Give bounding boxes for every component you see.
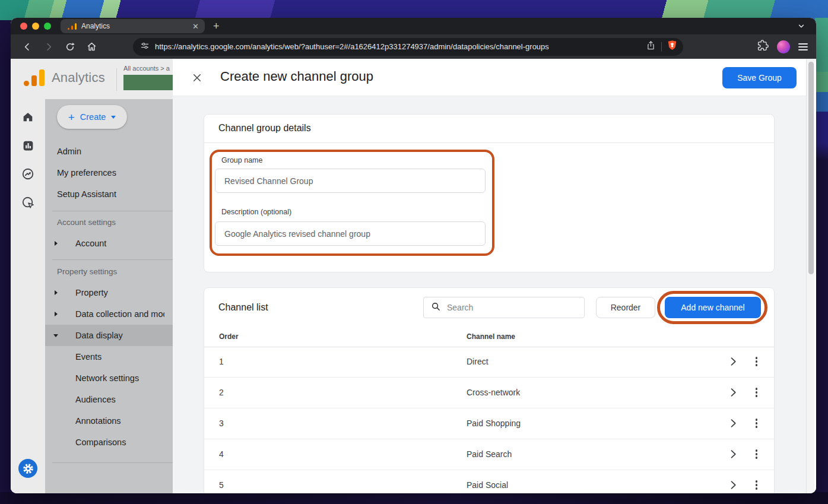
advertising-nav-icon[interactable] — [11, 192, 45, 213]
breadcrumb[interactable]: All accounts > a — [123, 65, 173, 72]
reload-button[interactable] — [62, 39, 78, 55]
channel-table-header: Order Channel name — [204, 327, 774, 347]
desktop-wallpaper-top — [0, 0, 828, 20]
zoom-window-button[interactable] — [44, 23, 51, 30]
row-channel-name: Direct — [467, 357, 488, 366]
annotation-ring-add-button — [657, 291, 767, 324]
table-row[interactable]: 5 Paid Social — [204, 470, 774, 493]
share-icon[interactable] — [646, 40, 656, 53]
group-name-label: Group name — [221, 156, 262, 164]
sidebar-item-audiences[interactable]: Audiences — [45, 389, 173, 410]
menu-hamburger-icon[interactable] — [798, 43, 808, 50]
sidebar-item-data-collection[interactable]: Data collection and modification — [45, 303, 173, 325]
group-name-input[interactable] — [215, 169, 486, 193]
chevron-right-icon[interactable] — [727, 448, 739, 462]
dialog-header: Create new channel group Save Group — [173, 59, 806, 96]
sidebar-item-events[interactable]: Events — [45, 346, 173, 367]
row-order: 5 — [219, 480, 224, 490]
new-tab-button[interactable]: + — [213, 21, 220, 31]
search-icon — [431, 302, 441, 314]
table-row[interactable]: 1 Direct — [204, 347, 774, 378]
home-button[interactable] — [83, 39, 100, 55]
channel-table-body: 1 Direct 2 Cross-network 3 Paid Shopping… — [204, 347, 774, 493]
create-button-label: Create — [80, 112, 106, 122]
home-nav-icon[interactable] — [11, 107, 45, 127]
forward-button[interactable] — [40, 39, 57, 55]
expand-right-icon[interactable] — [55, 290, 58, 295]
channel-search-box[interactable] — [423, 297, 585, 318]
reports-nav-icon[interactable] — [11, 135, 45, 156]
admin-gear-button[interactable] — [18, 459, 37, 478]
sidebar-item-comparisons[interactable]: Comparisons — [45, 432, 173, 453]
address-bar[interactable]: https://analytics.google.com/analytics/w… — [133, 38, 683, 56]
sidebar-item-account[interactable]: Account — [45, 233, 173, 254]
create-button[interactable]: + Create — [57, 105, 127, 129]
chevron-down-icon — [111, 116, 116, 119]
row-menu-kebab-icon[interactable] — [754, 386, 759, 398]
row-menu-kebab-icon[interactable] — [754, 448, 759, 460]
sidebar-divider — [52, 462, 173, 463]
header-divider — [116, 68, 117, 91]
close-dialog-icon[interactable] — [191, 71, 204, 84]
browser-toolbar: https://analytics.google.com/analytics/w… — [11, 34, 816, 59]
table-row[interactable]: 2 Cross-network — [204, 378, 774, 408]
chevron-right-icon[interactable] — [727, 417, 739, 432]
page-scrollbar[interactable] — [806, 59, 814, 493]
plus-icon: + — [68, 112, 75, 123]
brand-name: Analytics — [52, 70, 105, 85]
chevron-right-icon[interactable] — [727, 386, 739, 401]
brave-shield-icon[interactable] — [667, 40, 677, 53]
analytics-app-header: Analytics All accounts > a — [11, 59, 173, 99]
row-menu-kebab-icon[interactable] — [754, 356, 759, 367]
row-channel-name: Paid Shopping — [467, 419, 521, 428]
expand-right-icon[interactable] — [55, 312, 58, 316]
column-channel-name: Channel name — [467, 332, 515, 341]
desktop-wallpaper-right — [815, 18, 828, 160]
sidebar-item-network-settings[interactable]: Network settings — [45, 367, 173, 389]
analytics-logo-icon — [24, 69, 45, 86]
sidebar-item-admin[interactable]: Admin — [45, 141, 173, 162]
row-order: 2 — [219, 388, 224, 397]
details-card-title: Channel group details — [218, 123, 311, 134]
profile-avatar[interactable] — [777, 40, 790, 53]
sidebar-item-data-display[interactable]: Data display — [45, 325, 173, 346]
minimize-window-button[interactable] — [32, 23, 39, 30]
chevron-right-icon[interactable] — [727, 356, 739, 370]
row-menu-kebab-icon[interactable] — [754, 417, 759, 429]
chevron-right-icon[interactable] — [727, 479, 739, 493]
expand-right-icon[interactable] — [55, 241, 58, 246]
reorder-button[interactable]: Reorder — [596, 297, 655, 318]
sidebar-item-property[interactable]: Property — [45, 282, 173, 303]
table-row[interactable]: 4 Paid Search — [204, 439, 774, 470]
description-label: Description (optional) — [221, 208, 291, 216]
sidebar-divider — [52, 211, 173, 211]
site-settings-icon[interactable] — [140, 41, 150, 53]
scrollbar-thumb[interactable] — [808, 62, 814, 274]
property-settings-header: Property settings — [57, 267, 170, 276]
expand-down-icon[interactable] — [53, 334, 58, 337]
dialog-title: Create new channel group — [220, 69, 373, 84]
account-settings-header: Account settings — [57, 218, 170, 227]
browser-tab-analytics[interactable]: Analytics ✕ — [61, 19, 205, 33]
create-channel-group-dialog: Create new channel group Save Group Chan… — [173, 59, 806, 493]
row-order: 3 — [219, 419, 224, 428]
description-input[interactable] — [215, 221, 486, 246]
row-channel-name: Cross-network — [467, 388, 520, 397]
url-text: https://analytics.google.com/analytics/w… — [155, 42, 646, 51]
back-button[interactable] — [19, 39, 36, 55]
sidebar-item-annotations[interactable]: Annotations — [45, 410, 173, 432]
search-input[interactable] — [447, 303, 578, 312]
tab-close-icon[interactable]: ✕ — [191, 23, 200, 30]
row-channel-name: Paid Social — [467, 480, 508, 490]
sidebar-item-setup-assistant[interactable]: Setup Assistant — [45, 183, 173, 205]
row-order: 4 — [219, 449, 224, 459]
save-group-button[interactable]: Save Group — [722, 67, 797, 88]
tab-search-chevron-icon[interactable] — [797, 22, 805, 33]
close-window-button[interactable] — [20, 23, 27, 30]
sidebar-item-my-preferences[interactable]: My preferences — [45, 162, 173, 183]
extensions-puzzle-icon[interactable] — [757, 40, 769, 53]
tab-title: Analytics — [81, 22, 191, 30]
explore-nav-icon[interactable] — [11, 164, 45, 184]
row-menu-kebab-icon[interactable] — [754, 479, 759, 491]
table-row[interactable]: 3 Paid Shopping — [204, 408, 774, 439]
